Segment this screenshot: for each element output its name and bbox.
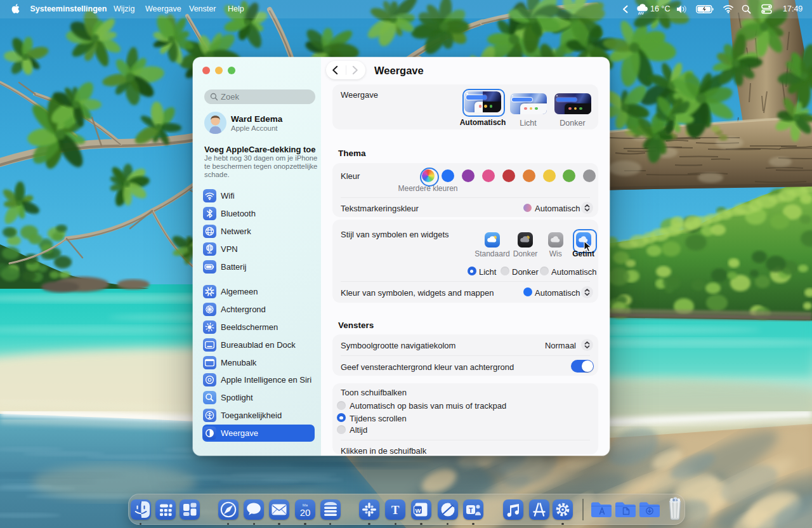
svg-text:Ma: Ma xyxy=(303,503,308,507)
svg-text:20: 20 xyxy=(300,507,311,518)
svg-text:T: T xyxy=(391,503,400,517)
svg-text:T: T xyxy=(469,507,473,514)
svg-text:W: W xyxy=(416,507,421,514)
